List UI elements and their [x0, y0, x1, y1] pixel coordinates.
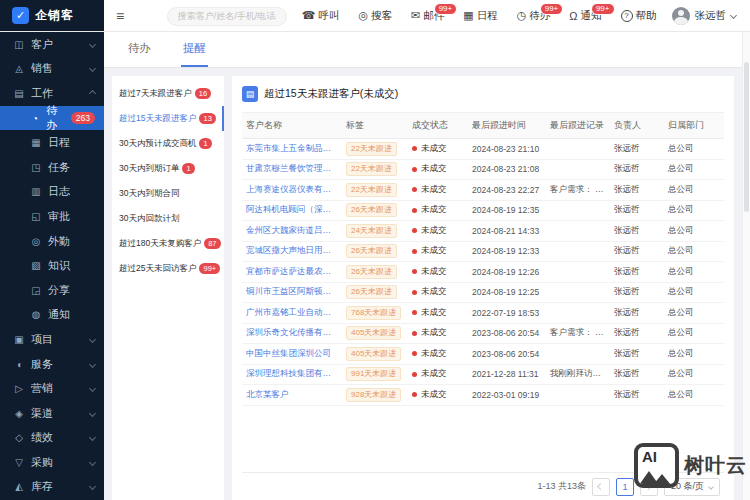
- sidebar-item[interactable]: ▣ 项目: [0, 327, 104, 352]
- customer-name-link[interactable]: 东莞市集上五金制品有限公司: [242, 143, 342, 155]
- sidebar-item[interactable]: ◇ 绩效: [0, 426, 104, 451]
- search-input[interactable]: [167, 7, 287, 26]
- department-cell: 总公司: [664, 225, 712, 237]
- reminder-item[interactable]: 30天内到期订单 1: [112, 156, 224, 181]
- sidebar-item[interactable]: ◱ 审批: [0, 204, 104, 229]
- sidebar-item-label: 知识: [48, 258, 70, 273]
- customer-name-link[interactable]: 甘肃京穆兰餐饮管理有限公司: [242, 163, 342, 175]
- sidebar-item-label: 审批: [48, 209, 70, 224]
- tag-cell: 405天未跟进: [342, 326, 408, 340]
- sidebar-item[interactable]: ◬ 销售: [0, 57, 104, 82]
- scrollbar-thumb[interactable]: [744, 62, 749, 212]
- column-header: 标签: [342, 113, 408, 138]
- tab[interactable]: 提醒: [181, 41, 208, 67]
- reminder-item[interactable]: 30天内回款计划: [112, 206, 224, 231]
- department-cell: 总公司: [664, 204, 712, 216]
- table-row: 宜都市萨达萨达最农业厂 26天未跟进 未成交 2024-08-19 12:26 …: [242, 262, 724, 283]
- overdue-tag: 768天未跟进: [346, 306, 401, 320]
- sidebar-item[interactable]: ▽ 采购: [0, 450, 104, 475]
- customer-name-link[interactable]: 中国中丝集团深圳公司: [242, 348, 342, 360]
- vertical-scrollbar[interactable]: [742, 32, 750, 500]
- topbar-action-button[interactable]: ▦ 日程: [463, 9, 497, 23]
- status-cell: 未成交: [408, 286, 468, 298]
- sidebar-item[interactable]: ◔ 待办 263: [0, 106, 104, 131]
- column-header: 最后跟进时间: [468, 113, 546, 138]
- reminder-item[interactable]: 30天内预计成交商机 1: [112, 131, 224, 156]
- sidebar-item-label: 库存: [31, 479, 53, 494]
- topbar-action-button[interactable]: ✉ 邮件 99+: [411, 9, 444, 23]
- sidebar-item[interactable]: ▥ 日志: [0, 180, 104, 205]
- customer-name-link[interactable]: 北京某客户: [242, 389, 342, 401]
- status-label: 未成交: [421, 245, 447, 257]
- reminder-item[interactable]: 超过15天未跟进客户 13: [112, 106, 224, 131]
- service-icon: ◖: [13, 359, 25, 370]
- status-label: 未成交: [421, 348, 447, 360]
- prev-page-button[interactable]: [592, 478, 610, 496]
- status-label: 未成交: [421, 327, 447, 339]
- department-cell: 总公司: [664, 368, 712, 380]
- status-dot-icon: [412, 269, 417, 274]
- customer-name-link[interactable]: 金州区大魏家街道吕忠声出...: [242, 225, 342, 237]
- tag-cell: 26天未跟进: [342, 285, 408, 299]
- sidebar-item[interactable]: ▦ 日程: [0, 130, 104, 155]
- topbar-action-button[interactable]: ◷ 待办 99+: [517, 9, 551, 23]
- main-content: 待办 提醒 超过7天未跟进客户 16 超过15天未跟进客户: [104, 32, 742, 500]
- sidebar-collapse-icon[interactable]: ≡: [116, 8, 124, 24]
- status-label: 未成交: [421, 184, 447, 196]
- sidebar-item[interactable]: ◎ 外勤: [0, 229, 104, 254]
- reminder-item[interactable]: 超过180天未复购客户 87: [112, 231, 224, 256]
- status-cell: 未成交: [408, 368, 468, 380]
- overdue-tag: 26天未跟进: [346, 244, 397, 258]
- tag-cell: 22天未跟进: [342, 162, 408, 176]
- table-row: 甘肃京穆兰餐饮管理有限公司 22天未跟进 未成交 2024-08-23 21:0…: [242, 160, 724, 181]
- sidebar-item[interactable]: ◫ 客户: [0, 32, 104, 57]
- table-row: 深圳理想科技集团有限公司 991天未跟进 未成交 2021-12-28 11:3…: [242, 365, 724, 386]
- column-header: 归属部门: [664, 113, 712, 138]
- reminder-item[interactable]: 超过25天未回访客户 99+: [112, 256, 224, 281]
- customer-name-link[interactable]: 深圳乐奇文化传播有限公司: [242, 327, 342, 339]
- user-menu[interactable]: 张远哲: [672, 7, 737, 25]
- reminder-item[interactable]: 30天内到期合同: [112, 181, 224, 206]
- sidebar-item[interactable]: ◈ 渠道: [0, 401, 104, 426]
- chevron-icon: [89, 360, 96, 367]
- sidebar-item[interactable]: ◖ 服务: [0, 352, 104, 377]
- customer-name-link[interactable]: 宽城区撒大声地日用品百货...: [242, 245, 342, 257]
- sidebar-item-label: 通知: [48, 307, 70, 322]
- status-label: 未成交: [421, 266, 447, 278]
- app-logo[interactable]: ✓ 企销客: [0, 0, 104, 31]
- status-dot-icon: [412, 290, 417, 295]
- sidebar-item[interactable]: ◲ 分享: [0, 278, 104, 303]
- status-label: 未成交: [421, 204, 447, 216]
- tab-label: 提醒: [183, 42, 206, 54]
- topbar-action-button[interactable]: ? 帮助: [621, 9, 657, 23]
- sidebar-item[interactable]: ◍ 通知: [0, 303, 104, 328]
- share-icon: ◲: [30, 285, 42, 296]
- reminder-label: 超过15天未跟进客户: [119, 113, 196, 125]
- customer-name-link[interactable]: 阿达科机电顾问（深圳）有...: [242, 204, 342, 216]
- customer-name-link[interactable]: 上海赛途仪器仪表有限公司: [242, 184, 342, 196]
- sidebar-item[interactable]: ▤ 工作: [0, 81, 104, 106]
- tab[interactable]: 待办: [126, 41, 153, 67]
- topbar-action-button[interactable]: Ω 通知 99+: [569, 9, 601, 23]
- sidebar-item[interactable]: ◭ 库存: [0, 475, 104, 500]
- topbar-action-button[interactable]: ☎ 呼叫: [302, 9, 340, 23]
- customer-name-link[interactable]: 宜都市萨达萨达最农业厂: [242, 266, 342, 278]
- chevron-left-icon: [597, 483, 604, 490]
- panel-title: 超过15天未跟进客户(未成交): [264, 87, 398, 101]
- owner-cell: 张远哲: [610, 286, 664, 298]
- customer-name-link[interactable]: 深圳理想科技集团有限公司: [242, 368, 342, 380]
- topbar-action-button[interactable]: ◎ 搜客: [358, 9, 392, 23]
- customer-name-link[interactable]: 广州市嘉铭工业自动化技术...: [242, 307, 342, 319]
- overdue-tag: 991天未跟进: [346, 367, 401, 381]
- reminder-item[interactable]: 超过7天未跟进客户 16: [112, 81, 224, 106]
- sidebar-item-label: 绩效: [31, 430, 53, 445]
- sidebar-item[interactable]: ◳ 任务: [0, 155, 104, 180]
- field-work-icon: ◎: [30, 236, 42, 247]
- sidebar-item-label: 任务: [48, 160, 70, 175]
- sidebar-item[interactable]: ▷ 营销: [0, 376, 104, 401]
- count-badge: 87: [204, 238, 220, 249]
- sidebar-item[interactable]: ▧ 知识: [0, 253, 104, 278]
- page-number-button[interactable]: 1: [616, 478, 634, 496]
- customer-name-link[interactable]: 铜川市王益区阿斯顿英语学校: [242, 286, 342, 298]
- action-label: 帮助: [636, 9, 657, 23]
